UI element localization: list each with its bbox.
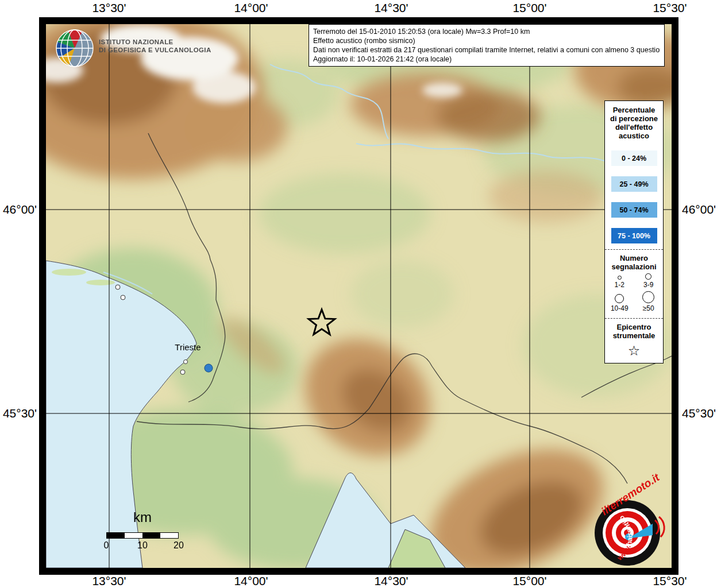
scale-tick-labels: 0 10 20: [106, 540, 179, 553]
count-circle-small-icon: [618, 276, 622, 280]
count-class-1-2: 1-2: [615, 273, 624, 289]
scale-bar-segments: [106, 532, 179, 539]
axis-label-bottom-0: 13°30': [92, 574, 126, 588]
event-data-line: Dati non verificati estratti da 217 ques…: [313, 45, 660, 55]
legend-class-0-24: 0 - 24%: [611, 150, 657, 166]
event-effect-line: Effetto acustico (rombo sismico): [313, 36, 660, 45]
axis-label-top-0: 13°30': [92, 1, 126, 15]
count-class-50plus: ≥50: [642, 291, 654, 312]
axis-label-bottom-3: 15°00': [512, 574, 546, 588]
count-circle-medium-icon: [645, 273, 651, 280]
event-info-box: Terremoto del 15-01-2010 15:20:53 (ora l…: [309, 24, 665, 67]
legend-class-25-49: 25 - 49%: [611, 176, 657, 192]
axis-label-left-0: 46°00': [0, 203, 37, 216]
axis-label-bottom-1: 14°00': [234, 574, 268, 588]
legend-divider: [605, 249, 663, 250]
legend-panel: Percentuale di percezione dell'effetto a…: [604, 100, 664, 363]
scale-bar: km 0 10 20: [106, 510, 179, 553]
legend-class-75-100: 75 - 100%: [611, 228, 657, 243]
legend-divider-2: [605, 318, 663, 319]
count-circle-large-icon: [615, 294, 624, 303]
map-canvas: www.haisentito ilterremoto.it ISTITUTO N: [39, 17, 678, 575]
axis-label-bottom-2: 14°30': [374, 574, 408, 588]
ingv-globe-icon: [55, 29, 94, 68]
legend-count-title: Numero segnalazioni: [611, 254, 656, 271]
axis-label-right-0: 46°00': [682, 203, 719, 216]
legend-percent-title: Percentuale di percezione dell'effetto a…: [610, 106, 658, 140]
terrain-map: www.haisentito ilterremoto.it: [46, 24, 672, 568]
axis-label-top-3: 15°00': [512, 1, 546, 15]
axis-label-left-1: 45°30': [0, 407, 37, 420]
report-dot: [205, 364, 213, 372]
legend-epicenter-title: Epicentro strumentale: [613, 323, 656, 340]
axis-label-top-4: 15°30': [653, 1, 687, 15]
count-class-10-49: 10-49: [611, 291, 629, 312]
ingv-wordmark: ISTITUTO NAZIONALE DI GEOFISICA E VULCAN…: [99, 38, 211, 55]
count-class-3-9: 3-9: [643, 273, 653, 289]
legend-class-50-74: 50 - 74%: [611, 202, 657, 218]
ingv-logo: [55, 29, 94, 68]
epicenter-star-icon: ☆: [628, 343, 641, 358]
scale-unit-label: km: [106, 510, 179, 525]
axis-label-top-2: 14°30': [374, 1, 408, 15]
legend-count-symbols: 1-2 3-9 10-49 ≥50: [605, 273, 663, 312]
city-label-trieste: Trieste: [163, 342, 213, 352]
event-updated-line: Aggiornato il: 10-01-2026 21:42 (ora loc…: [313, 55, 660, 64]
axis-label-top-1: 14°00': [234, 1, 268, 15]
axis-label-bottom-4: 15°30': [653, 574, 687, 588]
axis-label-right-1: 45°30': [682, 407, 719, 420]
count-circle-xlarge-icon: [642, 291, 654, 303]
event-summary-line: Terremoto del 15-01-2010 15:20:53 (ora l…: [313, 27, 660, 36]
